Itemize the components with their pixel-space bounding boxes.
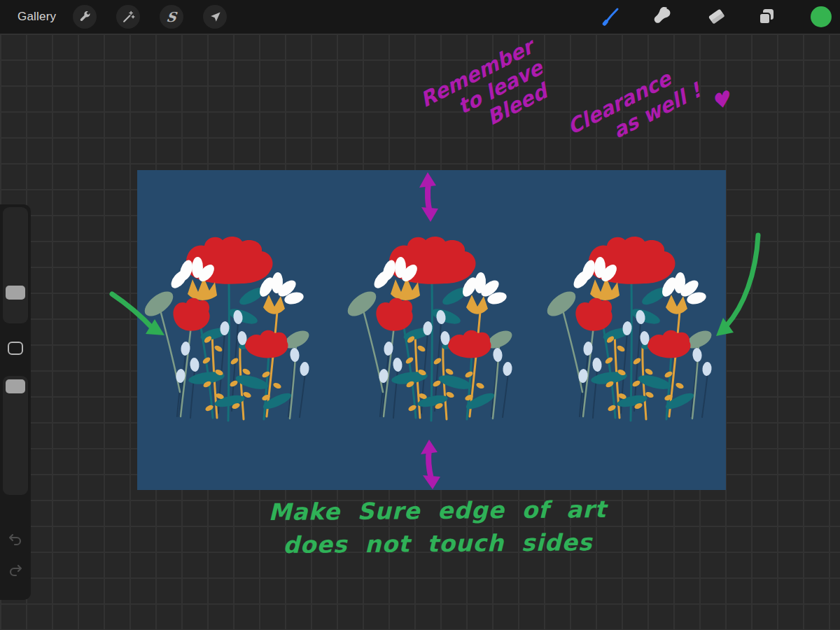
eraser-tool-button[interactable]: [706, 6, 728, 28]
undo-icon: [7, 532, 24, 549]
brush-opacity-handle[interactable]: [6, 379, 25, 393]
brush-tool-button[interactable]: [599, 6, 622, 28]
top-toolbar: Gallery S: [0, 0, 840, 34]
magic-wand-icon: [121, 10, 135, 24]
layers-button[interactable]: [755, 6, 778, 28]
brush-size-slider[interactable]: [3, 207, 28, 323]
layers-icon: [756, 6, 777, 27]
brush-size-handle[interactable]: [6, 286, 25, 300]
wrench-icon: [78, 10, 92, 24]
smudge-icon: [652, 6, 673, 27]
eraser-icon: [706, 6, 727, 27]
transform-button[interactable]: [203, 5, 227, 29]
redo-button[interactable]: [7, 563, 24, 580]
procreate-window: Remember to leave Bleed Clearance as wel…: [0, 0, 840, 630]
brush-icon: [600, 6, 621, 27]
selection-button[interactable]: S: [160, 5, 183, 29]
selection-s-icon: S: [166, 9, 178, 24]
sidebar-panel: [0, 204, 31, 600]
color-swatch-button[interactable]: [811, 6, 832, 27]
modify-button[interactable]: [8, 342, 23, 355]
adjustments-button[interactable]: [116, 5, 140, 29]
drawing-canvas[interactable]: [137, 170, 726, 490]
transform-arrow-icon: [209, 10, 222, 24]
brush-opacity-slider[interactable]: [3, 376, 28, 495]
gallery-button[interactable]: Gallery: [18, 10, 56, 24]
smudge-tool-button[interactable]: [652, 6, 674, 28]
redo-icon: [7, 563, 24, 580]
actions-button[interactable]: [73, 5, 97, 29]
undo-button[interactable]: [7, 532, 24, 549]
